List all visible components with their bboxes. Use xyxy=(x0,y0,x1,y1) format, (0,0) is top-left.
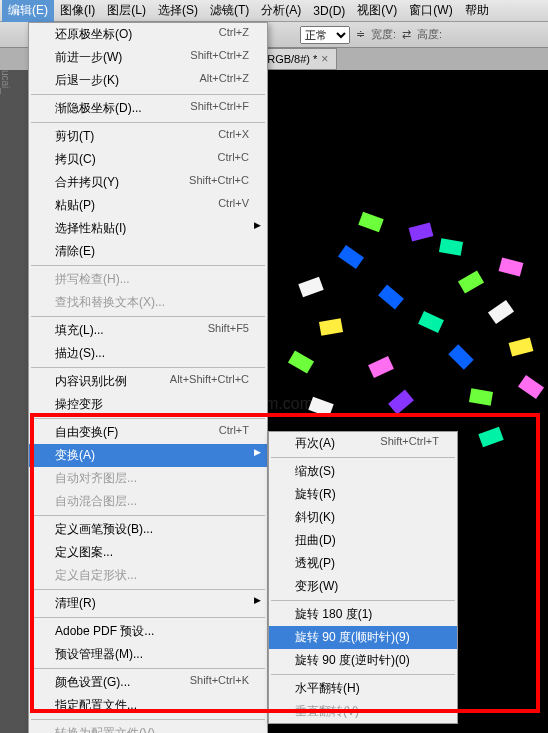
submenu-item-label: 透视(P) xyxy=(295,555,335,572)
menubar-item-edit[interactable]: 编辑(E) xyxy=(2,0,54,22)
menubar: 编辑(E) 图像(I) 图层(L) 选择(S) 滤镜(T) 分析(A) 3D(D… xyxy=(0,0,548,22)
menu-item-label: 内容识别比例 xyxy=(55,373,127,390)
submenu-item[interactable]: 斜切(K) xyxy=(269,506,457,529)
menu-item-label: 合并拷贝(Y) xyxy=(55,174,119,191)
menu-item[interactable]: 自由变换(F)Ctrl+T xyxy=(29,421,267,444)
submenu-item-label: 变形(W) xyxy=(295,578,338,595)
submenu-item-label: 缩放(S) xyxy=(295,463,335,480)
link-icon[interactable]: ⇄ xyxy=(402,28,411,41)
menu-item[interactable]: 颜色设置(G)...Shift+Ctrl+K xyxy=(29,671,267,694)
confetti-piece xyxy=(448,344,473,369)
submenu-shortcut: Shift+Ctrl+T xyxy=(380,435,439,452)
submenu-arrow-icon: ▶ xyxy=(254,595,261,605)
menu-item[interactable]: 定义画笔预设(B)... xyxy=(29,518,267,541)
menubar-item-help[interactable]: 帮助 xyxy=(459,0,495,22)
transform-submenu: 再次(A)Shift+Ctrl+T缩放(S)旋转(R)斜切(K)扭曲(D)透视(… xyxy=(268,431,458,724)
menu-item[interactable]: 指定配置文件... xyxy=(29,694,267,717)
menu-item-label: 定义图案... xyxy=(55,544,113,561)
menu-item[interactable]: 拷贝(C)Ctrl+C xyxy=(29,148,267,171)
menu-item-label: Adobe PDF 预设... xyxy=(55,623,154,640)
menubar-item-select[interactable]: 选择(S) xyxy=(152,0,204,22)
submenu-item[interactable]: 再次(A)Shift+Ctrl+T xyxy=(269,432,457,455)
menu-item-label: 查找和替换文本(X)... xyxy=(55,294,165,311)
menubar-item-3d[interactable]: 3D(D) xyxy=(307,1,351,21)
submenu-item-label: 旋转(R) xyxy=(295,486,336,503)
menubar-item-window[interactable]: 窗口(W) xyxy=(403,0,458,22)
confetti-piece xyxy=(458,270,484,293)
confetti-piece xyxy=(288,350,314,373)
menu-shortcut: Shift+Ctrl+C xyxy=(189,174,249,191)
confetti-piece xyxy=(509,337,534,356)
menu-item[interactable]: 剪切(T)Ctrl+X xyxy=(29,125,267,148)
menu-item[interactable]: 描边(S)... xyxy=(29,342,267,365)
submenu-item-label: 扭曲(D) xyxy=(295,532,336,549)
menu-item-label: 转换为配置文件(V)... xyxy=(55,725,165,733)
dropdown-arrow-icon: ≑ xyxy=(356,28,365,41)
confetti-piece xyxy=(388,390,414,415)
menu-item[interactable]: Adobe PDF 预设... xyxy=(29,620,267,643)
confetti-piece xyxy=(418,311,444,333)
menu-item: 转换为配置文件(V)... xyxy=(29,722,267,733)
menu-item[interactable]: 定义图案... xyxy=(29,541,267,564)
menu-item[interactable]: 还原极坐标(O)Ctrl+Z xyxy=(29,23,267,46)
menu-item[interactable]: 预设管理器(M)... xyxy=(29,643,267,666)
submenu-item[interactable]: 旋转 90 度(顺时针)(9) xyxy=(269,626,457,649)
menu-item-label: 预设管理器(M)... xyxy=(55,646,143,663)
menu-item[interactable]: 后退一步(K)Alt+Ctrl+Z xyxy=(29,69,267,92)
submenu-item-label: 斜切(K) xyxy=(295,509,335,526)
menubar-item-view[interactable]: 视图(V) xyxy=(351,0,403,22)
submenu-item[interactable]: 旋转 180 度(1) xyxy=(269,603,457,626)
menu-shortcut: Ctrl+C xyxy=(218,151,249,168)
menu-item[interactable]: 填充(L)...Shift+F5 xyxy=(29,319,267,342)
menu-item[interactable]: 变换(A)▶ xyxy=(29,444,267,467)
confetti-piece xyxy=(378,285,404,310)
menu-item-label: 填充(L)... xyxy=(55,322,104,339)
submenu-item[interactable]: 缩放(S) xyxy=(269,460,457,483)
menu-item[interactable]: 粘贴(P)Ctrl+V xyxy=(29,194,267,217)
menubar-item-image[interactable]: 图像(I) xyxy=(54,0,101,22)
submenu-item[interactable]: 变形(W) xyxy=(269,575,457,598)
submenu-item[interactable]: 旋转(R) xyxy=(269,483,457,506)
menu-item[interactable]: 清除(E) xyxy=(29,240,267,263)
menu-shortcut: Ctrl+T xyxy=(219,424,249,441)
menubar-item-filter[interactable]: 滤镜(T) xyxy=(204,0,255,22)
blend-mode-select[interactable]: 正常 xyxy=(300,26,350,44)
confetti-piece xyxy=(518,375,544,399)
confetti-piece xyxy=(298,277,323,298)
menu-item: 查找和替换文本(X)... xyxy=(29,291,267,314)
submenu-item: 垂直翻转(V) xyxy=(269,700,457,723)
menu-item[interactable]: 内容识别比例Alt+Shift+Ctrl+C xyxy=(29,370,267,393)
confetti-piece xyxy=(319,318,343,336)
confetti-piece xyxy=(338,245,364,269)
menu-item[interactable]: 渐隐极坐标(D)...Shift+Ctrl+F xyxy=(29,97,267,120)
confetti-piece xyxy=(308,397,333,418)
menu-item-label: 定义画笔预设(B)... xyxy=(55,521,153,538)
menu-item: 拼写检查(H)... xyxy=(29,268,267,291)
close-icon[interactable]: × xyxy=(321,52,328,66)
confetti-piece xyxy=(488,300,514,324)
menu-shortcut: Alt+Ctrl+Z xyxy=(199,72,249,89)
menubar-item-layer[interactable]: 图层(L) xyxy=(101,0,152,22)
submenu-item[interactable]: 水平翻转(H) xyxy=(269,677,457,700)
menu-item[interactable]: 选择性粘贴(I)▶ xyxy=(29,217,267,240)
menu-item[interactable]: 前进一步(W)Shift+Ctrl+Z xyxy=(29,46,267,69)
menu-item: 定义自定形状... xyxy=(29,564,267,587)
menu-item-label: 渐隐极坐标(D)... xyxy=(55,100,142,117)
menu-item[interactable]: 合并拷贝(Y)Shift+Ctrl+C xyxy=(29,171,267,194)
confetti-piece xyxy=(478,427,503,448)
submenu-item-label: 垂直翻转(V) xyxy=(295,703,359,720)
side-doc-label: ucai_ xyxy=(0,70,11,94)
submenu-item-label: 旋转 180 度(1) xyxy=(295,606,372,623)
menu-item-label: 还原极坐标(O) xyxy=(55,26,132,43)
menu-item[interactable]: 操控变形 xyxy=(29,393,267,416)
menu-item-label: 自由变换(F) xyxy=(55,424,118,441)
submenu-item[interactable]: 旋转 90 度(逆时针)(0) xyxy=(269,649,457,672)
submenu-arrow-icon: ▶ xyxy=(254,447,261,457)
menu-item[interactable]: 清理(R)▶ xyxy=(29,592,267,615)
confetti-piece xyxy=(409,222,434,241)
submenu-item[interactable]: 扭曲(D) xyxy=(269,529,457,552)
edit-menu-dropdown: 还原极坐标(O)Ctrl+Z前进一步(W)Shift+Ctrl+Z后退一步(K)… xyxy=(28,22,268,733)
submenu-item[interactable]: 透视(P) xyxy=(269,552,457,575)
menu-item-label: 剪切(T) xyxy=(55,128,94,145)
menubar-item-analysis[interactable]: 分析(A) xyxy=(255,0,307,22)
